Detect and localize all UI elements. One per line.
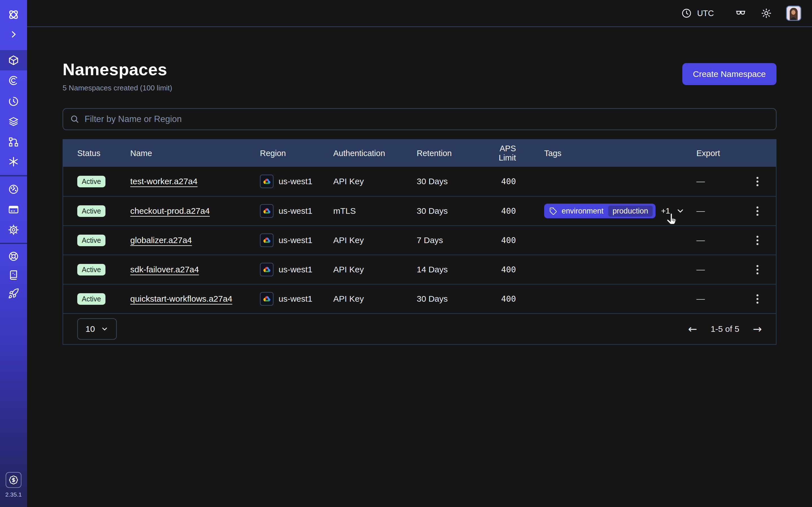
status-badge: Active bbox=[77, 235, 105, 246]
table-row: Active globalizer.a27a4 us-west1 API Key… bbox=[63, 225, 776, 255]
table-row: Active test-worker.a27a4 us-west1 API Ke… bbox=[63, 167, 776, 196]
column-header-aps-limit: APS Limit bbox=[480, 144, 516, 163]
tag-value: production bbox=[608, 206, 653, 217]
retention-label: 7 Days bbox=[417, 235, 480, 245]
gcp-cloud-icon bbox=[260, 263, 273, 276]
namespace-count-subtitle: 5 Namespaces created (100 limit) bbox=[63, 83, 172, 93]
retention-label: 30 Days bbox=[417, 294, 480, 304]
sidebar-item-usage[interactable] bbox=[0, 179, 27, 200]
previous-page-button[interactable]: ← bbox=[688, 323, 697, 335]
tags-expand-chevron-icon[interactable] bbox=[676, 207, 685, 216]
pricing-dollar-badge-icon[interactable] bbox=[6, 472, 21, 488]
export-value: — bbox=[696, 177, 739, 186]
namespace-name-link[interactable]: sdk-failover.a27a4 bbox=[130, 265, 199, 274]
page-header: Namespaces 5 Namespaces created (100 lim… bbox=[63, 60, 776, 93]
column-header-region: Region bbox=[260, 149, 333, 158]
expand-chevron-icon[interactable] bbox=[0, 24, 27, 45]
namespace-name-link[interactable]: quickstart-workflows.a27a4 bbox=[130, 294, 232, 303]
aps-limit-value: 400 bbox=[480, 206, 516, 216]
page-size-select[interactable]: 10 bbox=[77, 318, 117, 340]
aps-limit-value: 400 bbox=[480, 235, 516, 245]
pagination-range-label: 1-5 of 5 bbox=[711, 324, 739, 334]
sidebar-item-nexus[interactable] bbox=[0, 152, 27, 172]
authentication-label: API Key bbox=[333, 265, 417, 274]
retention-label: 14 Days bbox=[417, 265, 480, 274]
sidebar-item-namespaces[interactable] bbox=[0, 50, 27, 70]
namespaces-table: Status Name Region Authentication Retent… bbox=[63, 139, 776, 345]
tag-chip[interactable]: environment production bbox=[544, 204, 656, 218]
column-header-tags: Tags bbox=[516, 149, 696, 158]
aps-limit-value: 400 bbox=[480, 294, 516, 304]
tags-cell: environment production +1 bbox=[516, 204, 696, 218]
aps-limit-value: 400 bbox=[480, 177, 516, 186]
export-value: — bbox=[696, 294, 739, 304]
filter-input[interactable] bbox=[85, 114, 769, 124]
authentication-label: API Key bbox=[333, 235, 417, 245]
topbar: UTC bbox=[27, 0, 812, 27]
namespace-name-link[interactable]: checkout-prod.a27a4 bbox=[130, 206, 210, 216]
sidebar-divider bbox=[0, 243, 27, 244]
status-badge: Active bbox=[77, 176, 105, 187]
sidebar-item-support[interactable] bbox=[0, 246, 27, 267]
theme-sun-icon[interactable] bbox=[761, 8, 772, 19]
glasses-icon[interactable] bbox=[735, 7, 747, 19]
export-value: — bbox=[696, 206, 739, 216]
tag-icon bbox=[549, 207, 557, 215]
authentication-label: mTLS bbox=[333, 206, 417, 216]
gcp-cloud-icon bbox=[260, 292, 273, 305]
sidebar: 2.35.1 bbox=[0, 0, 27, 507]
table-row: Active checkout-prod.a27a4 us-west1 mTLS… bbox=[63, 196, 776, 225]
sidebar-item-workflows[interactable] bbox=[0, 70, 27, 91]
sidebar-item-settings[interactable] bbox=[0, 220, 27, 240]
sidebar-item-getting-started[interactable] bbox=[0, 283, 27, 304]
main-content: Namespaces 5 Namespaces created (100 lim… bbox=[27, 27, 812, 507]
table-body: Active test-worker.a27a4 us-west1 API Ke… bbox=[63, 167, 776, 313]
region-label: us-west1 bbox=[278, 265, 312, 274]
avatar[interactable] bbox=[786, 6, 801, 21]
clock-icon bbox=[681, 8, 692, 18]
row-actions-kebab-menu[interactable] bbox=[753, 262, 762, 278]
row-actions-kebab-menu[interactable] bbox=[753, 232, 762, 248]
pagination-bar: 10 ← 1-5 of 5 → bbox=[63, 313, 776, 344]
gcp-cloud-icon bbox=[260, 204, 273, 218]
region-label: us-west1 bbox=[278, 206, 312, 216]
filter-bar bbox=[63, 108, 776, 130]
temporal-logo[interactable] bbox=[0, 4, 27, 25]
export-value: — bbox=[696, 235, 739, 245]
sidebar-item-schedules[interactable] bbox=[0, 91, 27, 112]
region-label: us-west1 bbox=[278, 235, 312, 245]
table-row: Active quickstart-workflows.a27a4 us-wes… bbox=[63, 284, 776, 313]
create-namespace-button[interactable]: Create Namespace bbox=[682, 63, 776, 85]
authentication-label: API Key bbox=[333, 177, 417, 186]
column-header-authentication: Authentication bbox=[333, 149, 417, 158]
tag-more-count: +1 bbox=[661, 207, 670, 216]
timezone-label: UTC bbox=[697, 9, 714, 18]
row-actions-kebab-menu[interactable] bbox=[753, 203, 762, 219]
retention-label: 30 Days bbox=[417, 177, 480, 186]
sidebar-item-docs[interactable] bbox=[0, 265, 27, 285]
gcp-cloud-icon bbox=[260, 233, 273, 247]
retention-label: 30 Days bbox=[417, 206, 480, 216]
namespace-name-link[interactable]: test-worker.a27a4 bbox=[130, 177, 197, 186]
next-page-button[interactable]: → bbox=[753, 323, 762, 335]
authentication-label: API Key bbox=[333, 294, 417, 304]
aps-limit-value: 400 bbox=[480, 265, 516, 274]
chevron-down-icon bbox=[101, 325, 109, 333]
column-header-retention: Retention bbox=[417, 149, 480, 158]
tag-key: environment bbox=[562, 207, 604, 216]
table-row: Active sdk-failover.a27a4 us-west1 API K… bbox=[63, 255, 776, 284]
timezone-selector[interactable]: UTC bbox=[681, 8, 714, 18]
sidebar-item-billing[interactable] bbox=[0, 200, 27, 220]
table-header-row: Status Name Region Authentication Retent… bbox=[63, 140, 776, 167]
column-header-name: Name bbox=[130, 149, 260, 158]
namespace-name-link[interactable]: globalizer.a27a4 bbox=[130, 235, 192, 245]
row-actions-kebab-menu[interactable] bbox=[753, 291, 762, 307]
app-version: 2.35.1 bbox=[0, 491, 27, 498]
column-header-export: Export bbox=[696, 149, 739, 158]
row-actions-kebab-menu[interactable] bbox=[753, 173, 762, 189]
export-value: — bbox=[696, 265, 739, 274]
sidebar-item-deployments[interactable] bbox=[0, 112, 27, 132]
region-label: us-west1 bbox=[278, 294, 312, 304]
status-badge: Active bbox=[77, 264, 105, 276]
sidebar-item-batch-operations[interactable] bbox=[0, 132, 27, 152]
